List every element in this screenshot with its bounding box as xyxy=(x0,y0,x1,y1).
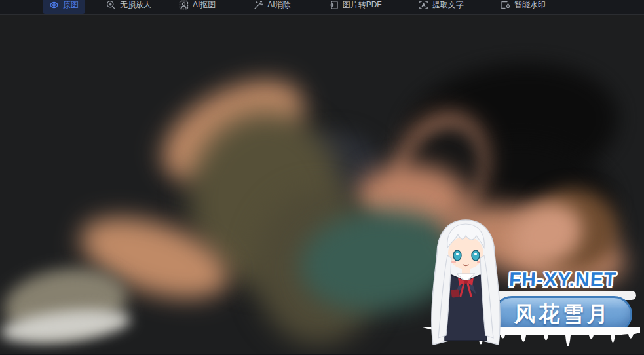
image-to-pdf-icon xyxy=(329,0,339,10)
watermark-site-text: FH-XY.NET xyxy=(508,269,617,291)
watermark-logo: 风花雪月 FH-XY.NET xyxy=(423,216,640,354)
image-canvas: 风花雪月 FH-XY.NET xyxy=(0,15,644,354)
toolbar: 原图 无损放大 AI抠图 xyxy=(0,0,644,15)
anime-girl-mascot-icon xyxy=(423,216,509,350)
toolbar-items: 原图 无损放大 AI抠图 xyxy=(43,0,552,14)
toolbar-item-label: 智能水印 xyxy=(514,0,546,10)
eye-icon xyxy=(49,0,59,10)
toolbar-item-label: AI消除 xyxy=(267,0,290,10)
watermark-icon xyxy=(501,0,510,10)
magic-eraser-icon xyxy=(254,0,263,10)
toolbar-item-label: 无损放大 xyxy=(120,0,151,10)
toolbar-item-ai-erase[interactable]: AI消除 xyxy=(247,0,297,14)
toolbar-item-image-to-pdf[interactable]: 图片转PDF xyxy=(322,0,388,14)
toolbar-item-label: 原图 xyxy=(63,0,79,10)
toolbar-item-ai-cutout[interactable]: AI抠图 xyxy=(172,0,222,14)
toolbar-item-label: AI抠图 xyxy=(193,0,216,10)
toolbar-item-label: 提取文字 xyxy=(432,0,464,10)
watermark-banner-text: 风花雪月 xyxy=(514,300,611,329)
toolbar-item-lossless-upscale[interactable]: 无损放大 xyxy=(100,0,158,14)
toolbar-item-label: 图片转PDF xyxy=(343,0,382,10)
ai-cutout-icon xyxy=(179,0,189,10)
extract-text-icon xyxy=(419,0,428,10)
toolbar-item-smart-watermark[interactable]: 智能水印 xyxy=(494,0,552,14)
toolbar-item-extract-text[interactable]: 提取文字 xyxy=(412,0,470,14)
toolbar-item-original-image[interactable]: 原图 xyxy=(43,0,85,14)
hd-zoom-icon xyxy=(106,0,116,10)
